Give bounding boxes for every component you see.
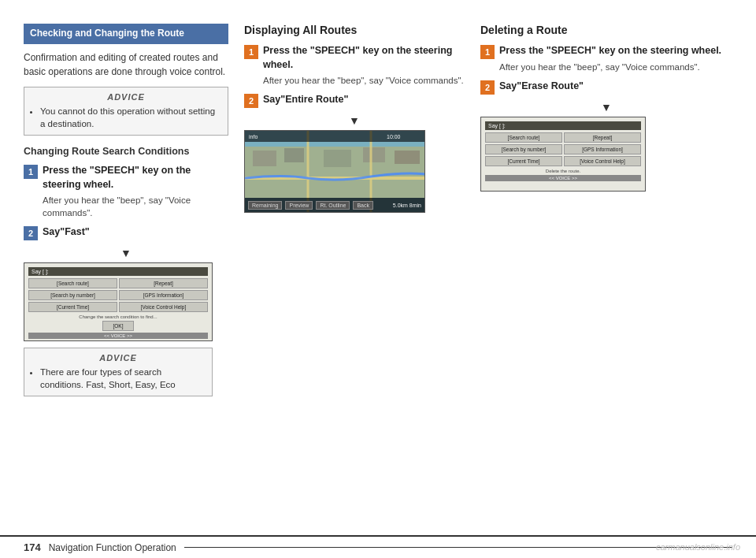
right-step-2: 2 Say"Erase Route" <box>480 80 732 95</box>
advice-box-1: ADVICE You cannot do this operation with… <box>24 87 228 136</box>
middle-step-content-1: Press the "SPEECH" key on the steering w… <box>263 44 465 87</box>
voice-header-left: Say [ ]: <box>28 267 208 276</box>
watermark: carmanualsonline.info <box>656 542 740 552</box>
middle-step-number-2: 2 <box>244 94 258 108</box>
subsection-title: Changing Route Search Conditions <box>24 145 228 158</box>
voice-screen-right: Say [ ]: [Search route] [Repeat] [Search… <box>480 117 646 192</box>
map-btn-back: Back <box>353 201 373 210</box>
advice-item-2: There are four types of search condition… <box>40 366 206 391</box>
right-voice-btn-time: [Current Time] <box>485 156 562 166</box>
advice-title-2: ADVICE <box>31 353 206 363</box>
advice-list-2: There are four types of search condition… <box>31 366 206 391</box>
map-bar: Remaining Preview Rt. Outline Back 5.0km… <box>245 198 424 212</box>
middle-step-sub-1: After you hear the "beep", say "Voice co… <box>263 74 465 87</box>
right-voice-btn-search: [Search route] <box>485 132 562 143</box>
voice-btn-repeat: [Repeat] <box>119 278 208 288</box>
left-step-2: 2 Say"Fast" <box>24 225 228 240</box>
svg-rect-2 <box>253 151 276 166</box>
svg-rect-6 <box>395 151 420 164</box>
advice-list-1: You cannot do this operation without set… <box>31 105 221 130</box>
map-btn-rt-outline: Rt. Outline <box>316 201 350 210</box>
voice-screen-content-left: Say [ ]: [Search route] [Repeat] [Search… <box>24 263 212 340</box>
right-voice-btn-repeat: [Repeat] <box>564 132 641 143</box>
step-number-1: 1 <box>24 165 38 179</box>
footer: 174 Navigation Function Operation <box>0 535 756 558</box>
section-title: Checking and Changing the Route <box>30 28 184 39</box>
voice-btn-voice-help: [Voice Control Help] <box>119 302 208 312</box>
map-btn-remaining: Remaining <box>248 201 282 210</box>
voice-footer-bar-left: << VOICE >> <box>28 333 208 339</box>
advice-box-2: ADVICE There are four types of search co… <box>24 348 213 396</box>
right-section-title: Deleting a Route <box>480 24 732 36</box>
step-content-2: Say"Fast" <box>43 225 228 240</box>
voice-grid-right: [Search route] [Repeat] [Search by numbe… <box>485 132 641 166</box>
section-body-text: Confirmation and editing of created rout… <box>24 50 228 79</box>
svg-text:info: info <box>249 134 258 140</box>
right-voice-btn-gps: [GPS Information] <box>564 144 641 154</box>
map-content: info 10:00 Remaining Preview Rt. Outline… <box>245 131 424 212</box>
right-voice-btn-number: [Search by number] <box>485 144 562 154</box>
right-step-1: 1 Press the "SPEECH" key on the steering… <box>480 44 732 73</box>
right-voice-footer-bar: << VOICE >> <box>485 175 641 181</box>
page-container: Checking and Changing the Route Confirma… <box>0 0 756 558</box>
main-content: Checking and Changing the Route Confirma… <box>0 0 756 535</box>
svg-rect-5 <box>363 147 385 162</box>
voice-btn-search-route: [Search route] <box>28 278 117 288</box>
voice-footer-label: Change the search condition to find... <box>28 314 208 319</box>
voice-header-right: Say [ ]: <box>485 121 641 130</box>
right-step-sub-1: After you hear the "beep", say "Voice co… <box>499 61 732 73</box>
right-voice-btn-help: [Voice Control Help] <box>564 156 641 166</box>
footer-text: Navigation Function Operation <box>49 542 176 553</box>
voice-btn-current-time: [Current Time] <box>28 302 117 312</box>
middle-step-main-2: Say"Entire Route" <box>263 93 465 107</box>
middle-column: Displaying All Routes 1 Press the "SPEEC… <box>244 24 480 527</box>
svg-text:10:00: 10:00 <box>387 134 401 140</box>
map-btn-preview: Preview <box>285 201 313 210</box>
right-step-content-2: Say"Erase Route" <box>499 80 732 95</box>
arrow-down-middle: ▼ <box>244 114 465 127</box>
middle-step-1: 1 Press the "SPEECH" key on the steering… <box>244 44 465 87</box>
step-number-2: 2 <box>24 226 38 240</box>
arrow-down-right: ▼ <box>480 101 732 113</box>
advice-title-1: ADVICE <box>31 92 221 102</box>
right-step-number-1: 1 <box>480 45 495 59</box>
section-title-box: Checking and Changing the Route <box>24 24 228 44</box>
middle-step-main-1: Press the "SPEECH" key on the steering w… <box>263 44 465 72</box>
advice-item-1: You cannot do this operation without set… <box>40 105 221 130</box>
svg-rect-4 <box>324 150 351 167</box>
right-column: Deleting a Route 1 Press the "SPEECH" ke… <box>480 24 732 527</box>
voice-screen-content-right: Say [ ]: [Search route] [Repeat] [Search… <box>481 117 645 191</box>
middle-step-2: 2 Say"Entire Route" <box>244 93 465 108</box>
voice-btn-gps: [GPS Information] <box>119 290 208 300</box>
right-voice-footer: Delete the route. <box>485 169 641 173</box>
map-screen: info 10:00 Remaining Preview Rt. Outline… <box>244 130 425 213</box>
step-sub-text-1: After you hear the "beep", say "Voice co… <box>43 194 228 219</box>
right-step-main-1: Press the "SPEECH" key on the steering w… <box>499 44 732 58</box>
step-main-text-2: Say"Fast" <box>43 225 228 240</box>
middle-section-title: Displaying All Routes <box>244 24 465 36</box>
right-step-content-1: Press the "SPEECH" key on the steering w… <box>499 44 732 73</box>
map-bar-info: 5.0km 8min <box>393 203 421 208</box>
step-content-1: Press the "SPEECH" key on the steering w… <box>43 164 228 219</box>
svg-rect-3 <box>284 148 304 162</box>
right-step-number-2: 2 <box>480 80 495 95</box>
step-main-text-1: Press the "SPEECH" key on the steering w… <box>43 164 228 192</box>
footer-line <box>184 547 732 548</box>
middle-step-content-2: Say"Entire Route" <box>263 93 465 108</box>
middle-step-number-1: 1 <box>244 45 258 59</box>
left-step-1: 1 Press the "SPEECH" key on the steering… <box>24 164 228 219</box>
voice-grid-left: [Search route] [Repeat] [Search by numbe… <box>28 278 208 312</box>
voice-screen-left: Say [ ]: [Search route] [Repeat] [Search… <box>24 262 213 341</box>
right-step-main-2: Say"Erase Route" <box>499 80 732 94</box>
left-column: Checking and Changing the Route Confirma… <box>24 24 244 527</box>
arrow-down-left: ▼ <box>24 247 228 259</box>
voice-btn-ok: [OK] <box>102 321 134 331</box>
voice-btn-search-number: [Search by number] <box>28 290 117 300</box>
footer-page-number: 174 <box>24 541 41 553</box>
